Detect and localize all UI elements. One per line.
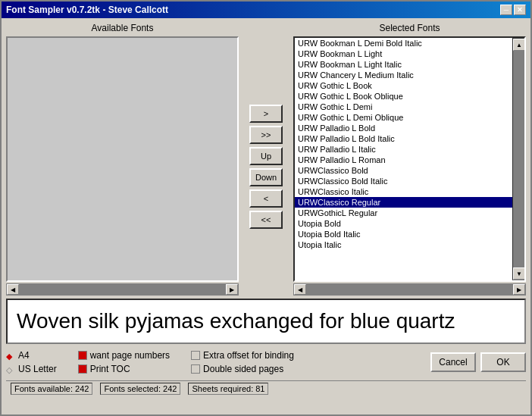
list-item[interactable]: URW Gothic L Book Oblique: [295, 91, 524, 102]
fonts-available-status: Fonts available: 242: [11, 383, 92, 395]
preview-area: Woven silk pyjamas exchanged for blue qu…: [6, 299, 526, 344]
want-page-numbers-label: want page numbers: [90, 350, 170, 361]
print-options-group: want page numbers Print TOC: [78, 350, 170, 374]
list-item[interactable]: URW Bookman L Demi Bold Italic: [295, 38, 524, 48]
hscroll-track[interactable]: [19, 284, 226, 295]
list-item[interactable]: URWClassico Regular: [295, 197, 524, 208]
list-item[interactable]: URWClassico Bold Italic: [295, 176, 524, 186]
a4-radio-icon[interactable]: [6, 351, 15, 360]
a4-option[interactable]: A4: [6, 350, 57, 361]
selected-hscroll-right[interactable]: ▶: [513, 284, 525, 295]
ok-button[interactable]: OK: [480, 352, 526, 372]
selected-hscroll-track[interactable]: [306, 284, 513, 295]
available-fonts-panel: Available Fonts ◀ ▶: [6, 23, 239, 296]
us-letter-radio-icon[interactable]: [6, 364, 15, 374]
move-right-double-button[interactable]: >>: [249, 126, 283, 144]
extra-offset-label: Extra offset for binding: [203, 350, 294, 361]
minimize-button[interactable]: ─: [500, 5, 512, 15]
list-item[interactable]: Utopia Italic: [295, 239, 524, 250]
move-left-double-button[interactable]: <<: [249, 211, 283, 229]
selected-fonts-panel: Selected Fonts URW Bookman L Demi Bold I…: [293, 23, 526, 296]
hscroll-left-arrow[interactable]: ◀: [7, 284, 19, 295]
list-item[interactable]: URW Gothic L Book: [295, 80, 524, 91]
available-fonts-listbox[interactable]: [6, 36, 239, 282]
a4-label: A4: [18, 350, 30, 361]
options-row: A4 US Letter want page numbers Print TOC: [6, 347, 526, 377]
selected-fonts-hscrollbar[interactable]: ◀ ▶: [293, 283, 526, 296]
list-item[interactable]: URW Bookman L Light Italic: [295, 59, 524, 70]
close-button[interactable]: ✕: [514, 5, 526, 15]
us-letter-option[interactable]: US Letter: [6, 364, 57, 374]
double-sided-checkbox[interactable]: [191, 364, 200, 374]
vscroll-thumb[interactable]: [513, 51, 524, 267]
double-sided-option[interactable]: Double sided pages: [191, 364, 294, 374]
list-item[interactable]: URW Palladio L Bold: [295, 123, 524, 133]
list-item[interactable]: URW Gothic L Demi: [295, 102, 524, 112]
list-item[interactable]: URW Bookman L Light: [295, 48, 524, 59]
fonts-selected-status: Fonts selected: 242: [100, 383, 180, 395]
selected-hscroll-left[interactable]: ◀: [294, 284, 306, 295]
move-down-button[interactable]: Down: [249, 168, 283, 186]
selected-fonts-label: Selected Fonts: [293, 23, 526, 33]
list-item[interactable]: URWClassico Italic: [295, 186, 524, 197]
status-bar: Fonts available: 242 Fonts selected: 242…: [6, 380, 526, 396]
hscroll-right-arrow[interactable]: ▶: [226, 284, 238, 295]
want-page-numbers-checkbox[interactable]: [78, 351, 87, 360]
extra-options-group: Extra offset for binding Double sided pa…: [191, 350, 294, 374]
sheets-required-status: Sheets required: 81: [188, 383, 268, 395]
extra-offset-option[interactable]: Extra offset for binding: [191, 350, 294, 361]
want-page-numbers-option[interactable]: want page numbers: [78, 350, 170, 361]
list-item[interactable]: URWClassico Bold: [295, 165, 524, 176]
vscroll-down-arrow[interactable]: ▼: [513, 267, 525, 280]
list-item[interactable]: URW Chancery L Medium Italic: [295, 70, 524, 80]
selected-fonts-vscrollbar[interactable]: ▲ ▼: [512, 38, 524, 280]
available-fonts-label: Available Fonts: [6, 23, 239, 33]
font-panels-row: Available Fonts ◀ ▶ > >> Up Down < <<: [6, 23, 526, 296]
cancel-button[interactable]: Cancel: [430, 352, 476, 372]
action-buttons: Cancel OK: [430, 352, 526, 372]
print-toc-checkbox[interactable]: [78, 364, 87, 374]
main-window: Font Sampler v0.7.2tk - Steve Callcott ─…: [0, 0, 532, 416]
double-sided-label: Double sided pages: [203, 364, 283, 374]
list-item[interactable]: Utopia Bold Italic: [295, 229, 524, 239]
print-toc-label: Print TOC: [90, 364, 130, 374]
move-up-button[interactable]: Up: [249, 147, 283, 165]
print-toc-option[interactable]: Print TOC: [78, 364, 170, 374]
list-item[interactable]: URW Palladio L Bold Italic: [295, 133, 524, 144]
us-letter-label: US Letter: [18, 364, 57, 374]
list-item[interactable]: Utopia Bold: [295, 218, 524, 229]
list-item[interactable]: URW Palladio L Roman: [295, 155, 524, 165]
paper-size-group: A4 US Letter: [6, 350, 57, 374]
main-content: Available Fonts ◀ ▶ > >> Up Down < <<: [2, 18, 530, 414]
preview-text: Woven silk pyjamas exchanged for blue qu…: [17, 309, 455, 333]
title-bar-buttons: ─ ✕: [500, 5, 526, 15]
title-bar: Font Sampler v0.7.2tk - Steve Callcott ─…: [2, 2, 530, 18]
move-right-single-button[interactable]: >: [249, 105, 283, 123]
vscroll-up-arrow[interactable]: ▲: [513, 39, 525, 51]
selected-fonts-listbox[interactable]: URW Bookman L Demi Bold ItalicURW Bookma…: [295, 38, 524, 280]
selected-fonts-listbox-container[interactable]: URW Bookman L Demi Bold ItalicURW Bookma…: [293, 36, 526, 282]
list-item[interactable]: URW Palladio L Italic: [295, 144, 524, 155]
extra-offset-checkbox[interactable]: [191, 351, 200, 360]
middle-controls: > >> Up Down < <<: [243, 23, 289, 296]
available-fonts-hscrollbar[interactable]: ◀ ▶: [6, 283, 239, 296]
list-item[interactable]: URW Gothic L Demi Oblique: [295, 112, 524, 123]
list-item[interactable]: URWGothicL Regular: [295, 208, 524, 218]
move-left-single-button[interactable]: <: [249, 189, 283, 208]
window-title: Font Sampler v0.7.2tk - Steve Callcott: [6, 5, 168, 15]
